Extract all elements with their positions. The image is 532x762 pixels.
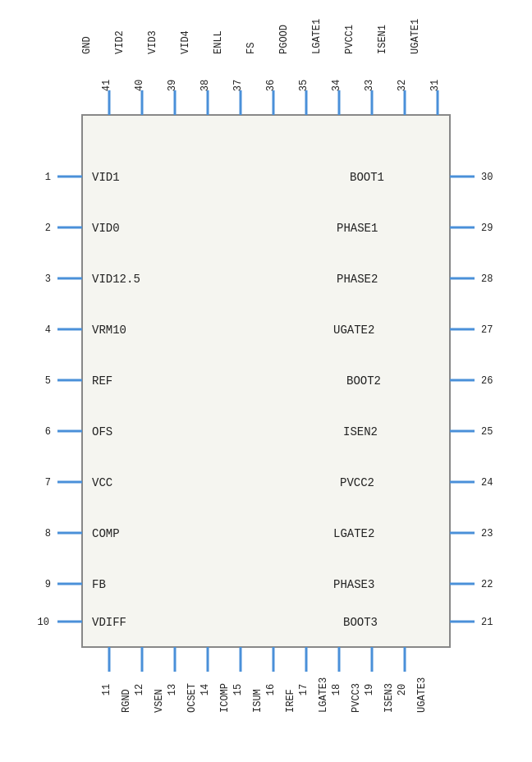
pin-label-33: PVCC1 <box>344 25 355 54</box>
pin-num-36: 36 <box>265 80 277 91</box>
pin-num-17: 17 <box>298 684 310 695</box>
pin-label-10: VDIFF <box>92 616 126 629</box>
pin-label-36: FS <box>245 43 257 54</box>
pin-label-12: VSEN <box>154 689 165 713</box>
pin-label-8: COMP <box>92 527 120 540</box>
pin-label-38: VID4 <box>180 30 191 54</box>
pin-num-1: 1 <box>45 172 51 183</box>
pin-label-37: ENLL <box>213 30 224 54</box>
pin-label-25: ISEN2 <box>343 425 378 438</box>
pin-num-19: 19 <box>364 684 375 695</box>
pin-num-26: 26 <box>481 375 493 387</box>
pin-label-26: BOOT2 <box>346 374 381 388</box>
pin-label-15: ISUM <box>252 689 264 713</box>
pin-num-31: 31 <box>429 80 441 91</box>
pin-label-11: RGND <box>121 689 132 713</box>
pin-num-38: 38 <box>200 80 211 91</box>
pin-label-23: LGATE2 <box>333 527 374 540</box>
pin-num-13: 13 <box>167 684 178 695</box>
pin-num-32: 32 <box>397 80 408 91</box>
pin-num-24: 24 <box>481 477 493 489</box>
ic-diagram: 41 GND 40 VID2 39 VID3 38 VID4 37 ENLL 3… <box>0 0 532 762</box>
pin-num-2: 2 <box>45 223 51 234</box>
pin-num-33: 33 <box>364 80 375 91</box>
pin-label-28: PHASE2 <box>337 273 378 286</box>
pin-label-32: ISEN1 <box>377 25 388 54</box>
pin-num-14: 14 <box>200 684 211 695</box>
pin-num-23: 23 <box>481 528 493 539</box>
pin-num-3: 3 <box>45 273 51 285</box>
pin-num-40: 40 <box>134 80 145 91</box>
pin-label-20: UGATE3 <box>416 677 428 713</box>
pin-num-8: 8 <box>45 528 51 539</box>
pin-label-24: PVCC2 <box>340 476 374 489</box>
pin-num-25: 25 <box>481 426 493 438</box>
pin-num-4: 4 <box>45 324 51 336</box>
pin-num-18: 18 <box>331 684 342 695</box>
pin-num-10: 10 <box>38 617 49 628</box>
pin-num-34: 34 <box>331 80 342 91</box>
ic-body <box>82 115 450 647</box>
pin-num-16: 16 <box>265 684 277 695</box>
pin-num-29: 29 <box>481 223 493 234</box>
pin-num-28: 28 <box>481 273 493 285</box>
pin-num-30: 30 <box>481 172 493 183</box>
pin-label-40: VID2 <box>114 30 126 54</box>
pin-label-30: BOOT1 <box>350 171 384 184</box>
pin-label-9: FB <box>92 578 106 591</box>
pin-num-41: 41 <box>101 80 112 91</box>
pin-num-21: 21 <box>481 617 493 628</box>
pin-label-6: OFS <box>92 425 112 438</box>
pin-label-5: REF <box>92 374 112 388</box>
pin-label-41: GND <box>81 36 93 54</box>
pin-label-3: VID12.5 <box>92 273 140 286</box>
pin-label-34: LGATE1 <box>311 19 323 54</box>
pin-num-11: 11 <box>101 684 112 695</box>
pin-num-20: 20 <box>397 684 408 695</box>
pin-label-21: BOOT3 <box>343 616 378 629</box>
pin-label-1: VID1 <box>92 171 120 184</box>
pin-label-22: PHASE3 <box>333 578 374 591</box>
pin-num-15: 15 <box>232 684 244 695</box>
pin-label-17: LGATE3 <box>318 677 329 713</box>
pin-label-13: OCSET <box>186 683 198 713</box>
pin-label-19: ISEN3 <box>383 683 395 713</box>
pin-label-31: UGATE1 <box>410 19 421 54</box>
pin-label-18: PVCC3 <box>351 683 362 713</box>
pin-label-16: IREF <box>285 689 296 713</box>
pin-label-4: VRM10 <box>92 324 126 337</box>
pin-num-6: 6 <box>45 426 51 438</box>
pin-num-27: 27 <box>481 324 493 336</box>
pin-label-2: VID0 <box>92 222 120 235</box>
pin-num-35: 35 <box>298 80 310 91</box>
pin-label-27: UGATE2 <box>333 324 374 337</box>
pin-num-9: 9 <box>45 579 51 590</box>
pin-num-39: 39 <box>167 80 178 91</box>
pin-num-5: 5 <box>45 375 51 387</box>
pin-num-12: 12 <box>134 684 145 695</box>
pin-num-37: 37 <box>232 80 244 91</box>
pin-label-39: VID3 <box>147 30 158 54</box>
pin-label-14: ICOMP <box>219 683 231 713</box>
pin-label-35: PGOOD <box>278 25 290 54</box>
pin-label-29: PHASE1 <box>337 222 378 235</box>
pin-num-7: 7 <box>45 477 51 489</box>
pin-label-7: VCC <box>92 476 112 489</box>
pin-num-22: 22 <box>481 579 493 590</box>
